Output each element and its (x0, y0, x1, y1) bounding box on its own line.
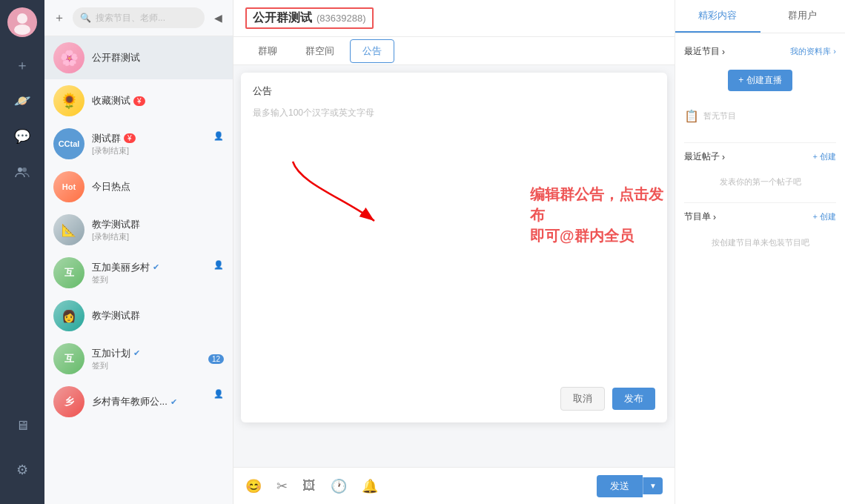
tab-members[interactable]: 群用户 (760, 0, 846, 33)
chat-sub: [录制结束] (92, 145, 224, 156)
avatar: 👩 (53, 300, 84, 331)
contacts-icon[interactable] (9, 159, 36, 185)
emoji-icon[interactable]: 😊 (245, 478, 262, 494)
bell-icon[interactable]: 🔔 (362, 478, 378, 494)
chat-item[interactable]: 乡 乡村青年教师公... ✔ 👤 (44, 380, 233, 423)
avatar: 🌻 (53, 85, 84, 116)
schedule-section-header: 节目单 › + 创建 (684, 210, 836, 223)
avatar: Hot (53, 171, 84, 202)
search-box[interactable]: 🔍 搜索节目、老师... (73, 7, 205, 28)
schedule-hint: 按创建节目单来包装节目吧 (684, 229, 836, 256)
svg-point-1 (17, 13, 27, 24)
user-avatar[interactable] (7, 7, 37, 37)
tabs-bar: 群聊 群空间 公告 (233, 37, 675, 65)
planet-icon[interactable]: 🪐 (9, 87, 36, 114)
send-area: 发送 ▼ (597, 475, 663, 497)
avatar: 乡 (53, 386, 84, 417)
send-button[interactable]: 发送 (597, 475, 643, 497)
first-post-hint: 发表你的第一个帖子吧 (684, 169, 836, 195)
chevron-icon: › (722, 152, 725, 162)
create-live-button[interactable]: + 创建直播 (728, 70, 792, 91)
no-content-icon: 📋 (684, 109, 699, 123)
main-area: 公开群测试 (83639288) 群聊 群空间 公告 公告 最多输入100个汉字… (233, 0, 675, 504)
send-dropdown-button[interactable]: ▼ (643, 477, 663, 494)
avatar: CCtal (53, 128, 84, 159)
tab-notice[interactable]: 公告 (350, 39, 394, 63)
admin-icon: 👤 (213, 389, 224, 399)
group-name: 公开群测试 (253, 10, 312, 26)
group-title: 公开群测试 (83639288) (245, 7, 374, 29)
chat-name: 测试群 ¥ (92, 132, 224, 145)
monitor-icon[interactable]: 🖥 (9, 412, 36, 439)
chevron-icon: › (722, 47, 725, 57)
create-schedule-button[interactable]: + 创建 (813, 211, 836, 222)
verified-icon: ✔ (133, 348, 140, 358)
tab-highlight[interactable]: 精彩内容 (675, 0, 760, 33)
scissors-icon[interactable]: ✂ (276, 478, 288, 494)
chat-item[interactable]: 👩 教学测试群 (44, 294, 233, 337)
admin-icon: 👤 (213, 131, 224, 141)
unread-badge: 12 (208, 354, 224, 364)
chat-item[interactable]: 📐 教学测试群 [录制结束] (44, 208, 233, 251)
no-content-label: 暂无节目 (703, 103, 736, 129)
posts-section-title: 最近帖子 › (684, 150, 725, 163)
recent-section-header: 最近节目 › 我的资料库 › (684, 45, 836, 58)
badge: ¥ (124, 133, 136, 143)
library-select-button[interactable]: 我的资料库 › (790, 46, 836, 57)
publish-button[interactable]: 发布 (612, 388, 655, 410)
chat-sub: 签到 (92, 274, 224, 285)
right-content: 最近节目 › 我的资料库 › + 创建直播 📋 暂无节目 最近帖子 › + 创建… (675, 33, 845, 504)
chat-name: 教学测试群 (92, 218, 224, 231)
search-icon: 🔍 (80, 13, 91, 23)
svg-point-2 (14, 24, 30, 35)
plus-icon[interactable]: ＋ (9, 52, 36, 79)
announcement-placeholder: 最多输入100个汉字或英文字母 (253, 107, 655, 119)
image-icon[interactable]: 🖼 (302, 478, 316, 494)
divider (684, 202, 836, 203)
cancel-button[interactable]: 取消 (560, 387, 605, 411)
chevron-icon: › (713, 212, 716, 222)
chat-name: 今日热点 (92, 180, 224, 193)
announcement-panel: 公告 最多输入100个汉字或英文字母 取消 发布 (241, 73, 667, 422)
create-post-button[interactable]: + 创建 (813, 151, 836, 162)
chat-toolbar: 😊 ✂ 🖼 🕐 🔔 发送 ▼ (233, 467, 675, 504)
verified-icon: ✔ (170, 397, 177, 407)
announcement-label: 公告 (253, 84, 655, 98)
right-tabs: 精彩内容 群用户 (675, 0, 845, 33)
chat-list: 🌸 公开群测试 🌻 收藏测试 ¥ CCtal 测试群 (44, 36, 233, 423)
svg-point-3 (18, 168, 22, 172)
announcement-textarea[interactable] (253, 128, 655, 378)
add-button[interactable]: ＋ (50, 9, 68, 27)
chat-name: 教学测试群 (92, 309, 224, 322)
back-button[interactable]: ◀ (209, 9, 227, 27)
chat-name: 互加美丽乡村 ✔ (92, 261, 224, 274)
chat-icon[interactable]: 💬 (9, 123, 36, 150)
badge: ¥ (133, 96, 145, 106)
clock-icon[interactable]: 🕐 (331, 478, 347, 494)
chat-item[interactable]: CCtal 测试群 ¥ [录制结束] 👤 (44, 122, 233, 165)
avatar: 🌸 (53, 42, 84, 73)
chat-list-header: ＋ 🔍 搜索节目、老师... ◀ (44, 0, 233, 36)
chat-name: 公开群测试 (92, 51, 224, 64)
chat-sub: 签到 (92, 360, 201, 371)
avatar: 📐 (53, 214, 84, 245)
chat-item[interactable]: 🌸 公开群测试 (44, 36, 233, 79)
chat-body: 公告 最多输入100个汉字或英文字母 取消 发布 编辑群公告，点击发布 即 (233, 65, 675, 467)
chat-item[interactable]: 🌻 收藏测试 ¥ (44, 79, 233, 122)
main-header: 公开群测试 (83639288) (233, 0, 675, 37)
search-placeholder: 搜索节目、老师... (96, 12, 165, 24)
admin-icon: 👤 (213, 260, 224, 270)
tab-chat[interactable]: 群聊 (245, 39, 290, 63)
chat-item[interactable]: 互 互加美丽乡村 ✔ 签到 👤 (44, 251, 233, 294)
schedule-section-title: 节目单 › (684, 210, 716, 223)
divider (684, 142, 836, 143)
svg-point-4 (22, 168, 27, 172)
posts-section-header: 最近帖子 › + 创建 (684, 150, 836, 163)
chat-item[interactable]: Hot 今日热点 (44, 165, 233, 208)
recent-section-title: 最近节目 › (684, 45, 725, 58)
chat-sub: [录制结束] (92, 231, 224, 242)
tab-space[interactable]: 群空间 (293, 39, 347, 63)
verified-icon: ✔ (153, 262, 159, 272)
settings-icon[interactable]: ⚙ (9, 457, 36, 483)
chat-item[interactable]: 互 互加计划 ✔ 签到 12 (44, 337, 233, 380)
